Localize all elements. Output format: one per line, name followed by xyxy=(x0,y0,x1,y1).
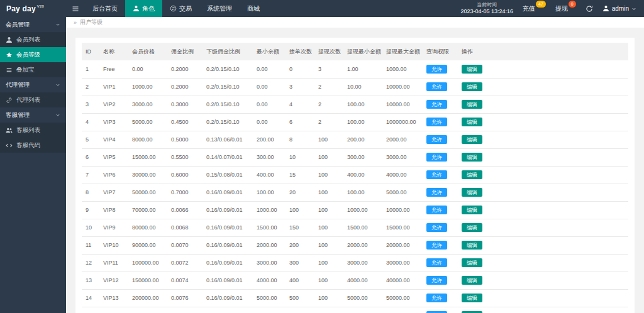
recharge-badge: 47 xyxy=(536,1,546,8)
table-cell: 30000.00 xyxy=(382,254,423,272)
allow-button[interactable]: 允许 xyxy=(426,135,447,145)
allow-button[interactable]: 允许 xyxy=(426,100,447,109)
permission-cell: 允许 xyxy=(423,78,458,96)
breadcrumb: » 用户等级 xyxy=(66,17,644,28)
table-cell: 15000.00 xyxy=(382,219,423,236)
table-row: 6VIP515000.000.55000.14/0.07/0.01300.001… xyxy=(82,148,628,166)
permission-cell: 允许 xyxy=(423,289,458,307)
sidebar-item-member-level[interactable]: 会员等级 xyxy=(0,47,66,62)
edit-button[interactable]: 编辑 xyxy=(462,118,482,127)
allow-button[interactable]: 允许 xyxy=(426,223,447,233)
chevron-down-icon xyxy=(55,113,60,118)
edit-button[interactable]: 编辑 xyxy=(462,223,482,233)
table-cell: 200 xyxy=(286,236,314,254)
sidebar-item-service-code[interactable]: 客服代码 xyxy=(0,138,66,153)
allow-button[interactable]: 允许 xyxy=(426,294,447,303)
table-cell: 3 xyxy=(314,60,343,78)
admin-menu[interactable]: admin xyxy=(602,5,636,12)
table-cell: 0.0068 xyxy=(167,219,203,236)
table-cell: 3000.00 xyxy=(128,96,167,113)
allow-button[interactable]: 允许 xyxy=(426,65,447,74)
table-cell: 100 xyxy=(314,289,343,307)
table-cell: 0.0070 xyxy=(167,236,203,254)
edit-button[interactable]: 编辑 xyxy=(462,100,482,109)
chevron-down-icon xyxy=(631,6,636,11)
sidebar-item-member-list[interactable]: 会员列表 xyxy=(0,32,66,47)
table-cell: 0.0078 xyxy=(167,307,203,313)
table-cell: 2 xyxy=(314,78,343,96)
topbar-right: 当前时间 2023-04-05 13:24:16 充值 47 提现 0 admi… xyxy=(460,0,644,17)
sidebar-item-stacking[interactable]: 叠加宝 xyxy=(0,62,66,77)
allow-button[interactable]: 允许 xyxy=(426,241,447,250)
allow-button[interactable]: 允许 xyxy=(426,82,447,92)
edit-button[interactable]: 编辑 xyxy=(462,258,482,268)
table-cell: 10000.00 xyxy=(382,96,423,113)
table-cell: 8000.00 xyxy=(128,131,167,148)
topnav-item-5[interactable]: 商城 xyxy=(240,0,267,17)
edit-button[interactable]: 编辑 xyxy=(462,153,482,162)
edit-button[interactable]: 编辑 xyxy=(462,294,482,303)
table-cell: VIP1 xyxy=(99,78,128,96)
allow-button[interactable]: 允许 xyxy=(426,153,447,162)
sidebar: 会员管理会员列表会员等级叠加宝代理管理代理列表客服管理客服列表客服代码 xyxy=(0,17,66,313)
action-cell: 编辑 xyxy=(458,78,628,96)
topnav-item-3[interactable]: 交易 xyxy=(162,0,199,17)
recharge-link[interactable]: 充值 47 xyxy=(523,4,546,13)
table-cell: 0.00 xyxy=(253,78,286,96)
topnav-item-2[interactable]: 角色 xyxy=(125,0,162,17)
edit-button[interactable]: 编辑 xyxy=(462,188,482,197)
sidebar-item-agent-management[interactable]: 代理管理 xyxy=(0,77,66,92)
edit-button[interactable]: 编辑 xyxy=(462,241,482,250)
allow-button[interactable]: 允许 xyxy=(426,170,447,180)
edit-button[interactable]: 编辑 xyxy=(462,206,482,215)
table-cell: 0.2/0.15/0.10 xyxy=(203,113,253,131)
sidebar-item-service-management[interactable]: 客服管理 xyxy=(0,107,66,123)
table-cell: 0.0076 xyxy=(167,289,203,307)
table-cell: 1.00 xyxy=(343,60,382,78)
allow-button[interactable]: 允许 xyxy=(426,206,447,215)
link-icon xyxy=(6,97,13,104)
topnav-item-1[interactable]: 后台首页 xyxy=(85,0,125,17)
table-cell: 11 xyxy=(82,236,99,254)
table-cell: 100 xyxy=(314,201,343,219)
sidebar-item-service-list[interactable]: 客服列表 xyxy=(0,123,66,138)
allow-button[interactable]: 允许 xyxy=(426,276,447,285)
sidebar-item-agent-list[interactable]: 代理列表 xyxy=(0,92,66,107)
edit-button[interactable]: 编辑 xyxy=(462,82,482,92)
table-cell: 2000.00 xyxy=(253,236,286,254)
table-cell: 0.16/0.09/0.01 xyxy=(203,219,253,236)
table-cell: 12 xyxy=(82,254,99,272)
table-cell: 1000.00 xyxy=(253,201,286,219)
table-cell: VIP10 xyxy=(99,236,128,254)
edit-button[interactable]: 编辑 xyxy=(462,276,482,285)
table-cell: 0.2000 xyxy=(167,60,203,78)
allow-button[interactable]: 允许 xyxy=(426,188,447,197)
table-cell: VIP6 xyxy=(99,166,128,184)
app-logo: Pay day V20 xyxy=(0,0,66,17)
edit-button[interactable]: 编辑 xyxy=(462,135,482,145)
current-time-label: 当前时间 xyxy=(460,2,513,8)
menu-toggle-icon[interactable] xyxy=(66,0,85,17)
current-time: 当前时间 2023-04-05 13:24:16 xyxy=(460,2,513,15)
edit-button[interactable]: 编辑 xyxy=(462,170,482,180)
refresh-icon[interactable] xyxy=(586,5,593,13)
column-header: 操作 xyxy=(458,43,628,60)
table-cell: 4000.00 xyxy=(343,272,382,289)
sidebar-item-member-management[interactable]: 会员管理 xyxy=(0,17,66,32)
topnav-item-4[interactable]: 系统管理 xyxy=(199,0,240,17)
table-cell: 150 xyxy=(286,219,314,236)
table-cell: 1000.00 xyxy=(128,78,167,96)
users-icon xyxy=(6,127,13,134)
edit-button[interactable]: 编辑 xyxy=(462,65,482,74)
table-cell: 400 xyxy=(286,272,314,289)
table-cell: 13 xyxy=(82,272,99,289)
allow-button[interactable]: 允许 xyxy=(426,118,447,127)
table-cell: VIP8 xyxy=(99,201,128,219)
action-cell: 编辑 xyxy=(458,236,628,254)
table-cell: VIP3 xyxy=(99,113,128,131)
table-cell: 0.00 xyxy=(253,60,286,78)
allow-button[interactable]: 允许 xyxy=(426,258,447,268)
permission-cell: 允许 xyxy=(423,201,458,219)
withdraw-link[interactable]: 提现 0 xyxy=(555,4,576,13)
table-row: 2VIP11000.000.20000.2/0.15/0.100.003210.… xyxy=(82,78,628,96)
